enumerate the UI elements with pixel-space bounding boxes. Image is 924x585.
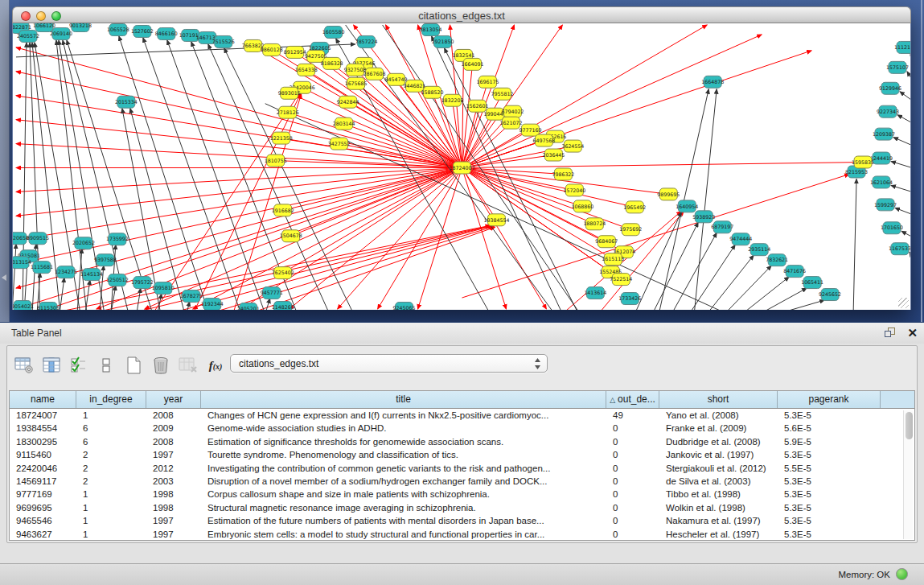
graph-node[interactable]: 8466160 bbox=[155, 27, 178, 39]
citation-edge-red[interactable] bbox=[16, 167, 462, 192]
citation-edge-red[interactable] bbox=[290, 167, 462, 309]
table-row[interactable]: 1456911722003Disruption of a novel membe… bbox=[10, 475, 914, 488]
graph-node[interactable]: 1413614 bbox=[584, 287, 606, 299]
citation-edge-red[interactable] bbox=[462, 167, 634, 207]
citation-edge-red[interactable] bbox=[16, 167, 462, 216]
graph-node[interactable]: 1575107 bbox=[886, 61, 909, 73]
graph-node[interactable]: 6794022 bbox=[501, 105, 524, 117]
graph-node[interactable]: 1654338 bbox=[295, 64, 318, 76]
graph-node[interactable]: 1696175 bbox=[477, 76, 499, 88]
table-settings-icon[interactable] bbox=[12, 353, 36, 377]
graph-node[interactable]: 9242844 bbox=[337, 96, 359, 108]
graph-node[interactable]: 1095810 bbox=[152, 282, 175, 295]
graph-node[interactable]: 9893015 bbox=[278, 87, 301, 99]
graph-node[interactable]: 9860128 bbox=[261, 43, 283, 56]
graph-node[interactable]: 1112104 bbox=[894, 41, 910, 53]
graph-node[interactable]: 9245652 bbox=[819, 289, 841, 301]
graph-node[interactable]: 9457771 bbox=[261, 287, 283, 299]
graph-node[interactable]: 8912954 bbox=[284, 46, 306, 58]
graph-node[interactable]: 1588520 bbox=[421, 86, 444, 98]
graph-node[interactable]: 1880724 bbox=[583, 218, 606, 230]
column-header-name[interactable]: name bbox=[10, 391, 76, 408]
row-height-icon[interactable] bbox=[94, 353, 118, 377]
select-rows-icon[interactable] bbox=[67, 353, 91, 377]
graph-node[interactable]: 1148260 bbox=[272, 302, 294, 310]
citation-edge-black[interactable] bbox=[760, 288, 807, 310]
graph-node[interactable]: 1209387 bbox=[873, 128, 895, 140]
citation-edge-black[interactable] bbox=[893, 138, 910, 146]
graph-node[interactable]: 1115681 bbox=[31, 262, 53, 274]
table-row[interactable]: 911546021997Tourette syndrome. Phenomeno… bbox=[10, 448, 914, 461]
graph-node[interactable]: 6497568 bbox=[532, 134, 555, 146]
graph-node[interactable]: 2935114 bbox=[748, 244, 770, 256]
network-canvas[interactable]: 1822871106612090132182405572206914010655… bbox=[12, 23, 911, 310]
citation-edge-black[interactable] bbox=[13, 244, 16, 310]
graph-node[interactable]: 1504678 bbox=[280, 230, 302, 242]
graph-node[interactable]: 1664878 bbox=[701, 76, 724, 88]
graph-node[interactable]: 1735992 bbox=[106, 233, 129, 245]
citation-edge-black[interactable] bbox=[901, 231, 910, 237]
table-selector-dropdown[interactable]: citations_edges.txt bbox=[230, 354, 548, 373]
citation-edge-red[interactable] bbox=[302, 88, 462, 168]
graph-node[interactable]: 1192344 bbox=[201, 299, 224, 310]
citation-edge-red[interactable] bbox=[462, 163, 863, 168]
table-row[interactable]: 969969511998Structural magnetic resonanc… bbox=[10, 501, 914, 514]
table-vertical-scrollbar[interactable] bbox=[903, 410, 913, 539]
graph-node[interactable]: 1664091 bbox=[462, 58, 484, 70]
panel-collapse-arrow-icon[interactable] bbox=[2, 274, 6, 281]
table-row[interactable]: 1830029562008Estimation of significance … bbox=[10, 435, 914, 448]
graph-node[interactable]: 1595835 bbox=[852, 156, 874, 168]
citation-edge-black[interactable] bbox=[897, 115, 910, 123]
citation-edge-black[interactable] bbox=[143, 38, 241, 310]
citation-edge-black[interactable] bbox=[77, 249, 82, 310]
graph-node[interactable]: 7955812 bbox=[491, 88, 513, 100]
graph-node[interactable]: 1065528 bbox=[107, 23, 129, 35]
graph-node[interactable]: 1621064 bbox=[870, 176, 893, 188]
graph-node[interactable]: 8471676 bbox=[783, 266, 806, 278]
graph-node[interactable]: 7832621 bbox=[766, 254, 788, 266]
graph-node[interactable]: 5938923 bbox=[692, 211, 715, 223]
graph-node[interactable]: 8909515 bbox=[27, 233, 49, 245]
window-resize-grip[interactable] bbox=[898, 298, 909, 308]
citation-edge-black[interactable] bbox=[900, 92, 910, 101]
citation-edge-black[interactable] bbox=[910, 252, 910, 256]
column-chooser-icon[interactable] bbox=[39, 353, 64, 377]
graph-node[interactable]: 2405201 bbox=[237, 303, 260, 310]
citation-network-graph[interactable]: 1822871106612090132182405572206914010655… bbox=[13, 23, 910, 310]
table-row[interactable]: 946362711997Embryonic stem cells: a mode… bbox=[10, 528, 914, 541]
graph-node[interactable]: 9899695 bbox=[657, 188, 680, 200]
graph-node[interactable]: 9684067 bbox=[595, 236, 618, 248]
citation-edge-red[interactable] bbox=[209, 226, 495, 310]
citation-edge-black[interactable] bbox=[694, 89, 717, 310]
citation-edge-red[interactable] bbox=[283, 167, 462, 273]
close-panel-icon[interactable]: ✕ bbox=[907, 326, 918, 340]
table-row[interactable]: 1938455462009Genome-wide association stu… bbox=[10, 422, 914, 435]
scrollbar-thumb[interactable] bbox=[906, 412, 913, 439]
graph-node[interactable]: 1701650 bbox=[881, 222, 903, 234]
citation-edge-black[interactable] bbox=[671, 233, 717, 310]
citation-edge-red[interactable] bbox=[193, 167, 462, 309]
float-panel-icon[interactable] bbox=[885, 328, 897, 339]
graph-node[interactable]: 9129946 bbox=[879, 82, 901, 94]
column-header-in_degree[interactable]: in_degree bbox=[76, 391, 146, 408]
column-header-pagerank[interactable]: pagerank bbox=[778, 391, 881, 408]
window-titlebar[interactable]: citations_edges.txt bbox=[12, 6, 911, 23]
graph-node[interactable]: 1167533 bbox=[889, 243, 910, 255]
table-row[interactable]: 2242004622012Investigating the contribut… bbox=[10, 462, 914, 475]
citation-edge-black[interactable] bbox=[725, 266, 771, 310]
graph-node[interactable]: 1810755 bbox=[265, 154, 287, 167]
citation-edge-red[interactable] bbox=[145, 167, 462, 309]
citation-edge-red[interactable] bbox=[16, 167, 462, 240]
graph-node[interactable]: 8813054 bbox=[420, 23, 442, 35]
citation-edge-black[interactable] bbox=[652, 222, 698, 310]
citation-edge-black[interactable] bbox=[895, 208, 910, 214]
graph-node[interactable]: 1615113 bbox=[602, 253, 624, 266]
table-row[interactable]: 1872400712008Changes of HCN gene express… bbox=[10, 409, 914, 422]
citation-edge-black[interactable] bbox=[707, 255, 754, 310]
graph-node[interactable]: 1916682 bbox=[272, 204, 294, 216]
graph-node[interactable]: 9397588 bbox=[94, 254, 117, 266]
citation-edge-black[interactable] bbox=[119, 36, 209, 310]
graph-node[interactable]: 3427552 bbox=[328, 138, 351, 150]
graph-node[interactable]: 6879197 bbox=[711, 221, 733, 233]
graph-node[interactable]: 1832203 bbox=[441, 94, 464, 106]
